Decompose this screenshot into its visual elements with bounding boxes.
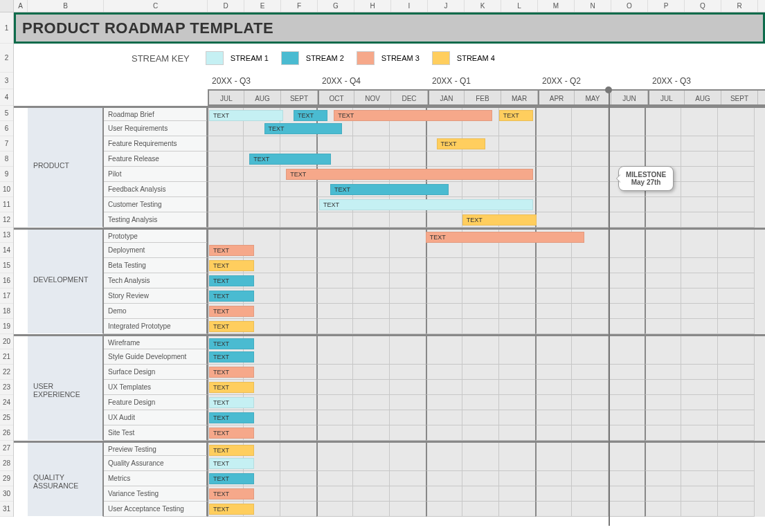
row-header[interactable]: 26 xyxy=(0,425,13,441)
gantt-cell[interactable] xyxy=(609,212,645,228)
gantt-bar[interactable]: TEXT xyxy=(334,110,492,121)
gantt-cell[interactable] xyxy=(353,471,390,486)
gantt-cell[interactable] xyxy=(572,212,609,228)
table-row[interactable]: Feature DesignTEXT xyxy=(14,395,765,410)
row-header[interactable]: 3 xyxy=(0,73,13,89)
table-row[interactable]: Testing AnalysisTEXT xyxy=(14,212,765,228)
table-row[interactable]: Preview TestingTEXT xyxy=(14,441,765,456)
gantt-cell[interactable] xyxy=(572,365,609,380)
row-header[interactable]: 5 xyxy=(0,106,13,121)
gantt-cell[interactable] xyxy=(353,152,390,167)
table-row[interactable]: Roadmap BriefTEXTTEXTTEXTTEXT xyxy=(14,106,765,121)
gantt-cell[interactable] xyxy=(390,365,426,380)
gantt-row-area[interactable]: TEXT xyxy=(208,336,765,349)
gantt-cell[interactable] xyxy=(280,136,317,152)
column-header-D[interactable]: D xyxy=(208,0,244,12)
gantt-row-area[interactable]: TEXT xyxy=(208,167,765,182)
table-row[interactable]: DemoTEXT xyxy=(14,304,765,319)
gantt-cell[interactable] xyxy=(207,136,244,152)
gantt-cell[interactable] xyxy=(535,395,572,410)
gantt-cell[interactable] xyxy=(718,182,755,197)
category-cell[interactable] xyxy=(28,319,104,334)
gantt-cell[interactable] xyxy=(572,395,609,410)
task-name-cell[interactable]: Feature Design xyxy=(104,395,208,410)
gantt-cell[interactable] xyxy=(280,486,317,502)
gantt-cell[interactable] xyxy=(535,410,572,425)
gantt-cell[interactable] xyxy=(316,395,353,410)
row-header[interactable]: 14 xyxy=(0,243,13,258)
gantt-cell[interactable] xyxy=(280,304,317,319)
gantt-bar[interactable]: TEXT xyxy=(499,110,533,121)
select-all-corner[interactable] xyxy=(0,0,14,12)
gantt-cell[interactable] xyxy=(681,456,718,471)
gantt-cell[interactable] xyxy=(681,182,718,197)
gantt-row-area[interactable]: TEXT xyxy=(208,258,765,273)
gantt-cell[interactable] xyxy=(572,243,609,258)
gantt-cell[interactable] xyxy=(645,425,681,441)
gantt-cell[interactable] xyxy=(353,136,390,152)
gantt-cell[interactable] xyxy=(535,243,572,258)
gantt-cell[interactable] xyxy=(609,395,645,410)
task-name-cell[interactable]: Demo xyxy=(104,304,208,319)
gantt-bar[interactable]: TEXT xyxy=(437,138,485,149)
task-name-cell[interactable]: Wireframe xyxy=(104,336,208,349)
gantt-cell[interactable] xyxy=(572,319,609,334)
gantt-cell[interactable] xyxy=(609,349,645,365)
gantt-row-area[interactable]: TEXT xyxy=(208,349,765,365)
gantt-cell[interactable] xyxy=(718,167,755,182)
gantt-cell[interactable] xyxy=(316,258,353,273)
gantt-cell[interactable] xyxy=(535,304,572,319)
column-header-G[interactable]: G xyxy=(318,0,354,12)
gantt-bar[interactable]: TEXT xyxy=(209,367,254,378)
gantt-cell[interactable] xyxy=(316,319,353,334)
gantt-cell[interactable] xyxy=(535,212,572,228)
column-header-N[interactable]: N xyxy=(575,0,611,12)
task-name-cell[interactable]: UX Audit xyxy=(104,410,208,425)
gantt-cell[interactable] xyxy=(390,304,426,319)
gantt-cell[interactable] xyxy=(462,319,499,334)
gantt-cell[interactable] xyxy=(426,410,462,425)
task-name-cell[interactable]: Prototype xyxy=(104,230,208,243)
gantt-cell[interactable] xyxy=(316,456,353,471)
gantt-cell[interactable] xyxy=(353,121,390,136)
column-header-I[interactable]: I xyxy=(391,0,428,12)
gantt-cell[interactable] xyxy=(499,425,536,441)
gantt-cell[interactable] xyxy=(426,243,462,258)
gantt-cell[interactable] xyxy=(353,502,390,517)
gantt-cell[interactable] xyxy=(572,121,609,136)
gantt-row-area[interactable]: TEXT xyxy=(208,443,765,456)
gantt-cell[interactable] xyxy=(316,288,353,304)
gantt-cell[interactable] xyxy=(572,471,609,486)
gantt-cell[interactable] xyxy=(681,273,718,288)
gantt-cell[interactable] xyxy=(499,136,536,152)
gantt-row-area[interactable]: TEXT xyxy=(208,486,765,502)
gantt-cell[interactable] xyxy=(426,304,462,319)
gantt-cell[interactable] xyxy=(572,136,609,152)
gantt-bar[interactable]: TEXT xyxy=(209,245,254,256)
gantt-cell[interactable] xyxy=(316,243,353,258)
gantt-cell[interactable] xyxy=(316,471,353,486)
gantt-cell[interactable] xyxy=(280,273,317,288)
gantt-cell[interactable] xyxy=(718,197,755,212)
gantt-cell[interactable] xyxy=(316,273,353,288)
gantt-cell[interactable] xyxy=(681,243,718,258)
row-header[interactable]: 25 xyxy=(0,410,13,425)
gantt-cell[interactable] xyxy=(499,395,536,410)
table-row[interactable]: UX TemplatesTEXT xyxy=(14,380,765,395)
gantt-bar[interactable]: TEXT xyxy=(209,338,254,349)
gantt-cell[interactable] xyxy=(390,243,426,258)
gantt-cell[interactable] xyxy=(681,502,718,517)
gantt-cell[interactable] xyxy=(462,486,499,502)
gantt-bar[interactable]: TEXT xyxy=(209,445,254,456)
gantt-cell[interactable] xyxy=(609,243,645,258)
gantt-cell[interactable] xyxy=(280,182,317,197)
gantt-cell[interactable] xyxy=(244,136,280,152)
gantt-cell[interactable] xyxy=(645,121,681,136)
gantt-cell[interactable] xyxy=(462,273,499,288)
gantt-cell[interactable] xyxy=(681,425,718,441)
gantt-cell[interactable] xyxy=(645,197,681,212)
gantt-row-area[interactable]: TEXT xyxy=(208,456,765,471)
gantt-bar[interactable]: TEXT xyxy=(462,214,537,226)
gantt-cell[interactable] xyxy=(681,486,718,502)
gantt-cell[interactable] xyxy=(535,319,572,334)
